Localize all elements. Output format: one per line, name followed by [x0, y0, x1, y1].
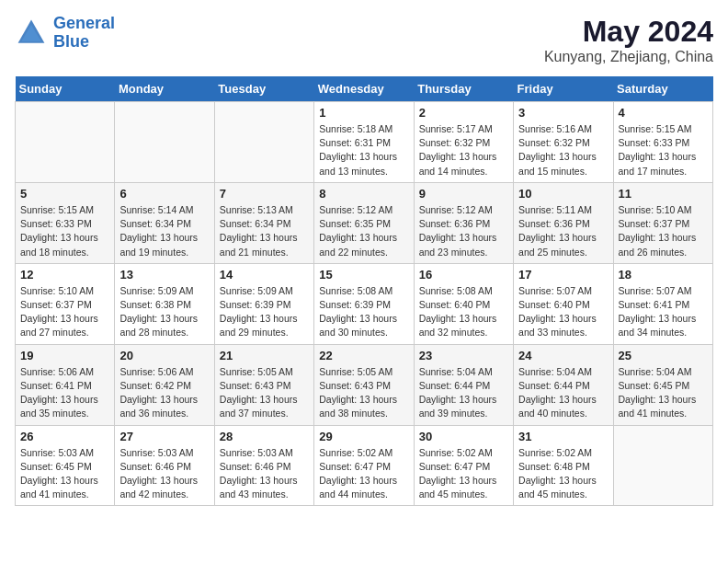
calendar-cell: 8Sunrise: 5:12 AM Sunset: 6:35 PM Daylig… — [314, 182, 414, 263]
calendar-cell: 7Sunrise: 5:13 AM Sunset: 6:34 PM Daylig… — [214, 182, 313, 263]
week-row-4: 19Sunrise: 5:06 AM Sunset: 6:41 PM Dayli… — [16, 344, 713, 425]
header-day-thursday: Thursday — [414, 76, 513, 102]
day-detail: Sunrise: 5:13 AM Sunset: 6:34 PM Dayligh… — [220, 203, 309, 259]
day-detail: Sunrise: 5:05 AM Sunset: 6:43 PM Dayligh… — [220, 365, 309, 421]
header-day-tuesday: Tuesday — [214, 76, 313, 102]
day-number: 11 — [619, 187, 708, 201]
calendar-cell: 3Sunrise: 5:16 AM Sunset: 6:32 PM Daylig… — [514, 102, 613, 183]
day-detail: Sunrise: 5:10 AM Sunset: 6:37 PM Dayligh… — [20, 284, 109, 340]
day-number: 4 — [619, 106, 708, 120]
day-number: 17 — [518, 268, 608, 282]
day-detail: Sunrise: 5:15 AM Sunset: 6:33 PM Dayligh… — [619, 122, 708, 178]
day-number: 18 — [619, 268, 708, 282]
calendar-cell: 24Sunrise: 5:04 AM Sunset: 6:44 PM Dayli… — [514, 344, 613, 425]
day-number: 29 — [319, 430, 408, 443]
day-detail: Sunrise: 5:17 AM Sunset: 6:32 PM Dayligh… — [419, 122, 508, 178]
calendar-cell — [16, 102, 115, 183]
day-detail: Sunrise: 5:18 AM Sunset: 6:31 PM Dayligh… — [319, 122, 408, 178]
calendar-cell — [115, 102, 214, 183]
day-number: 30 — [419, 430, 508, 443]
day-detail: Sunrise: 5:14 AM Sunset: 6:34 PM Dayligh… — [119, 203, 209, 259]
calendar-cell: 18Sunrise: 5:07 AM Sunset: 6:41 PM Dayli… — [613, 263, 712, 344]
calendar-table: SundayMondayTuesdayWednesdayThursdayFrid… — [15, 76, 713, 506]
day-number: 2 — [419, 106, 508, 120]
logo-text: General Blue — [53, 15, 115, 52]
day-detail: Sunrise: 5:12 AM Sunset: 6:36 PM Dayligh… — [419, 203, 508, 259]
day-number: 3 — [518, 106, 608, 120]
day-number: 10 — [518, 187, 608, 201]
header-day-sunday: Sunday — [16, 76, 115, 102]
calendar-cell: 5Sunrise: 5:15 AM Sunset: 6:33 PM Daylig… — [16, 182, 115, 263]
calendar-cell: 26Sunrise: 5:03 AM Sunset: 6:45 PM Dayli… — [16, 425, 115, 506]
calendar-cell: 29Sunrise: 5:02 AM Sunset: 6:47 PM Dayli… — [314, 425, 414, 506]
header-day-monday: Monday — [115, 76, 214, 102]
calendar-cell: 28Sunrise: 5:03 AM Sunset: 6:46 PM Dayli… — [214, 425, 313, 506]
week-row-1: 1Sunrise: 5:18 AM Sunset: 6:31 PM Daylig… — [16, 102, 713, 183]
day-number: 7 — [220, 187, 309, 201]
day-number: 15 — [319, 268, 408, 282]
day-number: 27 — [119, 430, 209, 443]
day-number: 5 — [20, 187, 109, 201]
day-number: 20 — [119, 349, 209, 362]
day-number: 13 — [119, 268, 209, 282]
day-number: 31 — [518, 430, 608, 443]
day-number: 28 — [220, 430, 309, 443]
calendar-cell: 1Sunrise: 5:18 AM Sunset: 6:31 PM Daylig… — [314, 102, 414, 183]
day-detail: Sunrise: 5:09 AM Sunset: 6:39 PM Dayligh… — [220, 284, 309, 340]
calendar-cell: 4Sunrise: 5:15 AM Sunset: 6:33 PM Daylig… — [613, 102, 712, 183]
day-detail: Sunrise: 5:05 AM Sunset: 6:43 PM Dayligh… — [319, 365, 408, 421]
day-detail: Sunrise: 5:16 AM Sunset: 6:32 PM Dayligh… — [518, 122, 608, 178]
calendar-cell — [613, 425, 712, 506]
subtitle: Kunyang, Zhejiang, China — [544, 49, 713, 65]
calendar-cell: 17Sunrise: 5:07 AM Sunset: 6:40 PM Dayli… — [514, 263, 613, 344]
header-day-friday: Friday — [514, 76, 613, 102]
day-detail: Sunrise: 5:07 AM Sunset: 6:41 PM Dayligh… — [619, 284, 708, 340]
day-detail: Sunrise: 5:04 AM Sunset: 6:45 PM Dayligh… — [619, 365, 708, 421]
day-detail: Sunrise: 5:02 AM Sunset: 6:47 PM Dayligh… — [319, 446, 408, 502]
day-number: 14 — [220, 268, 309, 282]
day-number: 21 — [220, 349, 309, 362]
day-detail: Sunrise: 5:10 AM Sunset: 6:37 PM Dayligh… — [619, 203, 708, 259]
calendar-cell: 22Sunrise: 5:05 AM Sunset: 6:43 PM Dayli… — [314, 344, 414, 425]
main-title: May 2024 — [544, 15, 713, 49]
calendar-cell: 16Sunrise: 5:08 AM Sunset: 6:40 PM Dayli… — [414, 263, 513, 344]
day-detail: Sunrise: 5:12 AM Sunset: 6:35 PM Dayligh… — [319, 203, 408, 259]
day-detail: Sunrise: 5:07 AM Sunset: 6:40 PM Dayligh… — [518, 284, 608, 340]
header: General Blue May 2024 Kunyang, Zhejiang,… — [15, 15, 713, 65]
day-detail: Sunrise: 5:02 AM Sunset: 6:47 PM Dayligh… — [419, 446, 508, 502]
day-detail: Sunrise: 5:06 AM Sunset: 6:42 PM Dayligh… — [119, 365, 209, 421]
calendar-cell: 6Sunrise: 5:14 AM Sunset: 6:34 PM Daylig… — [115, 182, 214, 263]
week-row-2: 5Sunrise: 5:15 AM Sunset: 6:33 PM Daylig… — [16, 182, 713, 263]
day-number: 1 — [319, 106, 408, 120]
day-detail: Sunrise: 5:06 AM Sunset: 6:41 PM Dayligh… — [20, 365, 109, 421]
day-number: 8 — [319, 187, 408, 201]
calendar-cell: 30Sunrise: 5:02 AM Sunset: 6:47 PM Dayli… — [414, 425, 513, 506]
calendar-cell: 19Sunrise: 5:06 AM Sunset: 6:41 PM Dayli… — [16, 344, 115, 425]
day-detail: Sunrise: 5:11 AM Sunset: 6:36 PM Dayligh… — [518, 203, 608, 259]
calendar-cell: 15Sunrise: 5:08 AM Sunset: 6:39 PM Dayli… — [314, 263, 414, 344]
day-number: 16 — [419, 268, 508, 282]
day-detail: Sunrise: 5:09 AM Sunset: 6:38 PM Dayligh… — [119, 284, 209, 340]
calendar-cell — [214, 102, 313, 183]
calendar-cell: 23Sunrise: 5:04 AM Sunset: 6:44 PM Dayli… — [414, 344, 513, 425]
calendar-cell: 2Sunrise: 5:17 AM Sunset: 6:32 PM Daylig… — [414, 102, 513, 183]
day-number: 23 — [419, 349, 508, 362]
day-detail: Sunrise: 5:08 AM Sunset: 6:40 PM Dayligh… — [419, 284, 508, 340]
header-day-wednesday: Wednesday — [314, 76, 414, 102]
calendar-cell: 10Sunrise: 5:11 AM Sunset: 6:36 PM Dayli… — [514, 182, 613, 263]
day-detail: Sunrise: 5:03 AM Sunset: 6:46 PM Dayligh… — [119, 446, 209, 502]
day-number: 22 — [319, 349, 408, 362]
week-row-5: 26Sunrise: 5:03 AM Sunset: 6:45 PM Dayli… — [16, 425, 713, 506]
title-area: May 2024 Kunyang, Zhejiang, China — [544, 15, 713, 65]
day-detail: Sunrise: 5:02 AM Sunset: 6:48 PM Dayligh… — [518, 446, 608, 502]
calendar-cell: 31Sunrise: 5:02 AM Sunset: 6:48 PM Dayli… — [514, 425, 613, 506]
day-detail: Sunrise: 5:08 AM Sunset: 6:39 PM Dayligh… — [319, 284, 408, 340]
day-number: 12 — [20, 268, 109, 282]
header-day-saturday: Saturday — [613, 76, 712, 102]
calendar-cell: 25Sunrise: 5:04 AM Sunset: 6:45 PM Dayli… — [613, 344, 712, 425]
calendar-cell: 27Sunrise: 5:03 AM Sunset: 6:46 PM Dayli… — [115, 425, 214, 506]
day-number: 19 — [20, 349, 109, 362]
logo-icon — [15, 17, 48, 50]
day-number: 9 — [419, 187, 508, 201]
calendar-cell: 14Sunrise: 5:09 AM Sunset: 6:39 PM Dayli… — [214, 263, 313, 344]
